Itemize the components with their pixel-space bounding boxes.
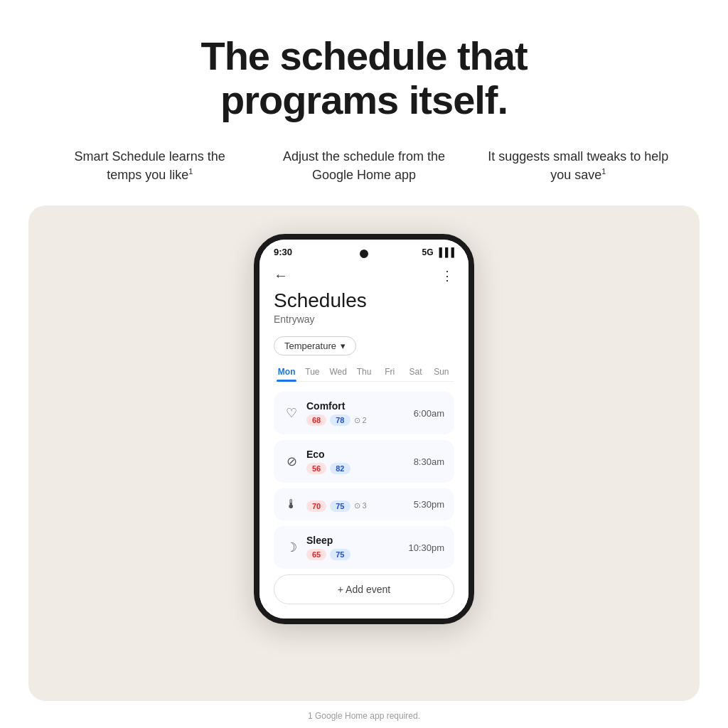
headline: The schedule that programs itself. — [43, 34, 685, 122]
eco-name: Eco — [306, 449, 407, 460]
camera-cutout — [360, 250, 368, 258]
schedule-card-comfort[interactable]: ♡ Comfort 68 78 ⊙ 2 6:00am — [274, 392, 454, 434]
day-wed[interactable]: Wed — [326, 367, 351, 381]
temp-fan: ⊙ 3 — [354, 501, 367, 510]
sleep-temp-cool: 75 — [330, 549, 350, 560]
chevron-down-icon: ▾ — [341, 341, 346, 351]
sleep-time: 10:30pm — [408, 542, 444, 553]
temp-time: 5:30pm — [414, 499, 444, 510]
temp-temp-cool: 75 — [330, 500, 350, 512]
sleep-content: Sleep 65 75 — [306, 535, 401, 560]
phone-nav: ← ⋮ — [274, 260, 454, 289]
schedules-title: Schedules — [274, 289, 454, 312]
eco-content: Eco 56 82 — [306, 449, 407, 474]
headline-line2: programs itself. — [220, 77, 508, 122]
comfort-temp-warm: 68 — [306, 414, 326, 426]
status-bar: 9:30 5G ▐▐▐ — [259, 240, 469, 260]
signal-icons: 5G ▐▐▐ — [422, 247, 454, 257]
page-wrapper: The schedule that programs itself. Smart… — [0, 0, 728, 728]
sleep-temps: 65 75 — [306, 549, 401, 560]
temp-content: 70 75 ⊙ 3 — [306, 498, 407, 512]
thermometer-icon: 🌡 — [284, 497, 299, 512]
temperature-dropdown[interactable]: Temperature ▾ — [274, 336, 356, 355]
schedule-card-temp[interactable]: 🌡 70 75 ⊙ 3 5:30pm — [274, 488, 454, 520]
temp-temp-warm: 70 — [306, 500, 326, 512]
eco-temp-cool: 82 — [330, 463, 350, 474]
eco-icon: ⊘ — [284, 454, 299, 469]
schedules-subtitle: Entryway — [274, 314, 454, 325]
eco-time: 8:30am — [414, 456, 444, 467]
comfort-fan: ⊙ 2 — [354, 416, 367, 425]
dropdown-label: Temperature — [284, 341, 336, 351]
status-time: 9:30 — [274, 247, 292, 257]
features-row: Smart Schedule learns the temps you like… — [43, 147, 685, 184]
schedule-card-eco[interactable]: ⊘ Eco 56 82 8:30am — [274, 440, 454, 483]
back-button[interactable]: ← — [274, 267, 288, 284]
feature-1-text: Smart Schedule learns the temps you like — [75, 149, 225, 182]
sleep-icon: ☽ — [284, 540, 299, 555]
day-sun[interactable]: Sun — [429, 367, 454, 381]
feature-3-text: It suggests small tweaks to help you sav… — [488, 149, 668, 182]
days-row: Mon Tue Wed Thu Fri Sat Sun — [274, 367, 454, 382]
comfort-content: Comfort 68 78 ⊙ 2 — [306, 400, 407, 426]
sleep-temp-warm: 65 — [306, 549, 326, 560]
day-sat[interactable]: Sat — [402, 367, 428, 381]
feature-2-text: Adjust the schedule from the Google Home… — [283, 149, 445, 182]
comfort-temps: 68 78 ⊙ 2 — [306, 414, 407, 426]
more-options-button[interactable]: ⋮ — [441, 268, 454, 284]
signal-bars-icon: ▐▐▐ — [436, 247, 454, 257]
phone-screen: ← ⋮ Schedules Entryway Temperature ▾ Mon… — [259, 260, 469, 619]
day-tue[interactable]: Tue — [299, 367, 325, 381]
eco-temp-warm: 56 — [306, 463, 326, 474]
signal-text: 5G — [422, 247, 433, 257]
comfort-time: 6:00am — [414, 408, 444, 419]
footer-disclaimer: 1 Google Home app required. — [0, 701, 728, 728]
temp-temps: 70 75 ⊙ 3 — [306, 500, 407, 512]
eco-temps: 56 82 — [306, 463, 407, 474]
phone-mockup: 9:30 5G ▐▐▐ ← ⋮ Schedules Entryway — [254, 234, 474, 624]
sleep-name: Sleep — [306, 535, 401, 546]
feature-3-sup: 1 — [601, 167, 606, 176]
feature-1: Smart Schedule learns the temps you like… — [43, 147, 257, 184]
schedule-card-sleep[interactable]: ☽ Sleep 65 75 10:30pm — [274, 526, 454, 569]
day-mon[interactable]: Mon — [274, 367, 299, 381]
comfort-name: Comfort — [306, 400, 407, 412]
feature-3: It suggests small tweaks to help you sav… — [471, 147, 685, 184]
comfort-icon: ♡ — [284, 405, 299, 421]
day-fri[interactable]: Fri — [377, 367, 402, 381]
headline-line1: The schedule that — [200, 33, 527, 78]
add-event-button[interactable]: + Add event — [274, 574, 454, 604]
day-thu[interactable]: Thu — [351, 367, 377, 381]
phone-section: 9:30 5G ▐▐▐ ← ⋮ Schedules Entryway — [28, 205, 700, 701]
feature-2: Adjust the schedule from the Google Home… — [257, 147, 471, 184]
comfort-temp-cool: 78 — [330, 414, 350, 426]
feature-1-sup: 1 — [188, 167, 193, 176]
top-section: The schedule that programs itself. Smart… — [0, 0, 728, 205]
